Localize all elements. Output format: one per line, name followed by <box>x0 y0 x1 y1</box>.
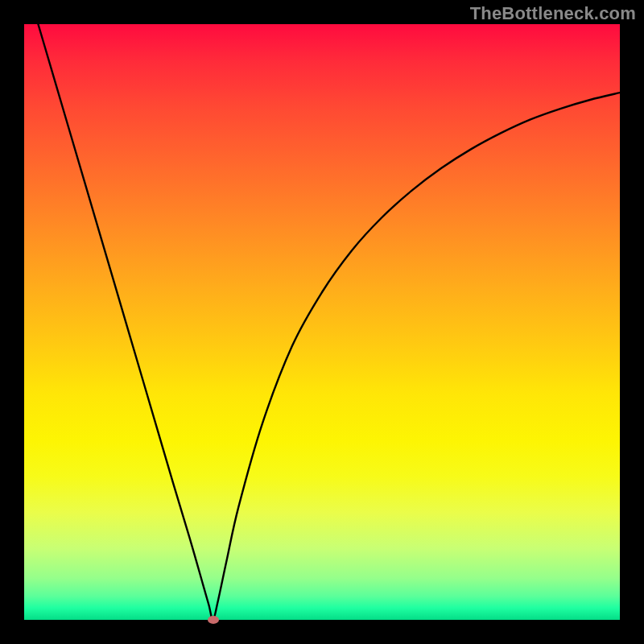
curve-path <box>24 24 620 620</box>
optimum-marker <box>208 616 219 624</box>
chart-frame: TheBottleneck.com <box>0 0 644 644</box>
watermark-text: TheBottleneck.com <box>470 3 636 24</box>
plot-area <box>24 24 620 620</box>
bottleneck-curve <box>24 24 620 620</box>
